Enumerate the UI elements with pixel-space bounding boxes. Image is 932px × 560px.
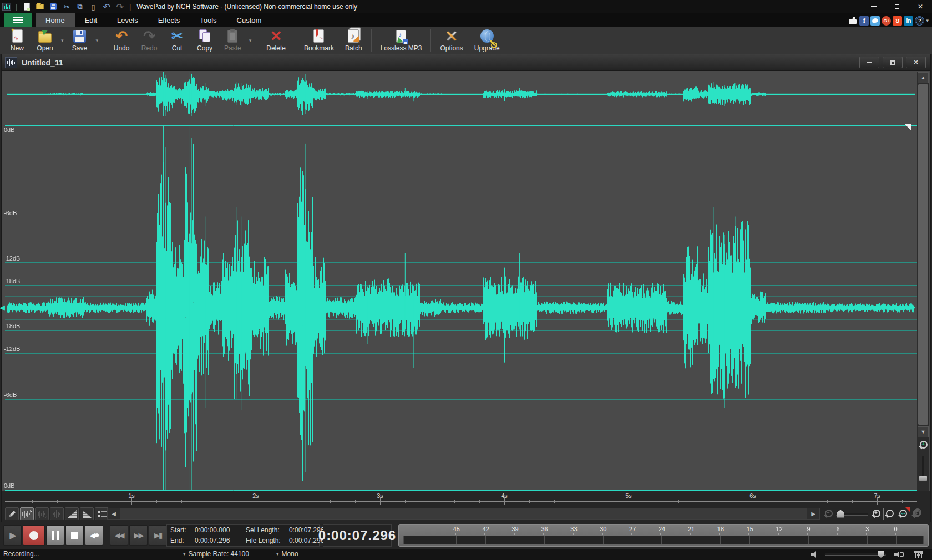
fade-in-tool[interactable]: [65, 507, 79, 520]
fast-forward-button[interactable]: ▶▶: [129, 525, 148, 546]
scroll-right-button[interactable]: ▶: [807, 508, 819, 519]
bookmark-button[interactable]: Bookmark: [298, 27, 340, 54]
copy-icon[interactable]: ⧉: [75, 2, 85, 12]
redo-button[interactable]: ↷Redo: [135, 27, 163, 54]
tab-tools[interactable]: Tools: [190, 13, 226, 27]
status-text: Recording...: [3, 550, 39, 558]
vertical-scrollbar[interactable]: ▲ ▼ +: [917, 72, 929, 491]
go-to-end-button[interactable]: ▶▮: [149, 525, 167, 546]
zoom-out-icon[interactable]: −: [823, 508, 834, 520]
lossless-mp3-button[interactable]: ♪Lossless MP3: [375, 27, 428, 54]
level-meter-bar: [403, 536, 924, 544]
undo-icon[interactable]: ↶: [102, 2, 112, 12]
paste-button[interactable]: Paste: [219, 27, 247, 54]
new-button[interactable]: ✦∿New: [3, 27, 31, 54]
meter-db-label: -12: [774, 526, 783, 532]
upgrade-icon: [480, 28, 494, 44]
wave-edit-b-tool[interactable]: [50, 507, 64, 520]
document-minimize-button[interactable]: [859, 57, 879, 68]
open-icon[interactable]: [35, 2, 45, 12]
fade-out-tool[interactable]: [80, 507, 94, 520]
zoom-full-file-icon[interactable]: ↔: [897, 508, 908, 520]
zoom-to-selection-icon[interactable]: [884, 508, 895, 520]
save-icon[interactable]: [48, 2, 58, 12]
twitter-icon[interactable]: [870, 16, 880, 26]
undo-button[interactable]: ↶Undo: [108, 27, 135, 54]
play-button[interactable]: ▶: [3, 525, 22, 546]
zoom-slider[interactable]: [836, 510, 868, 518]
scrub-tool[interactable]: [20, 507, 34, 520]
rewind-button[interactable]: ◀◀: [110, 525, 128, 546]
scroll-up-button[interactable]: ▲: [918, 72, 929, 83]
facebook-icon[interactable]: f: [859, 16, 869, 26]
meter-tick: [573, 533, 573, 535]
main-menu-button[interactable]: [4, 13, 32, 27]
tab-home[interactable]: Home: [36, 13, 75, 27]
ruler-label: 1s: [128, 492, 135, 499]
tab-edit[interactable]: Edit: [75, 13, 107, 27]
channels-selector[interactable]: ▾ Mono: [276, 550, 298, 558]
options-button[interactable]: Options: [434, 27, 468, 54]
mixer-icon[interactable]: [915, 551, 922, 558]
zoom-in-icon[interactable]: +: [870, 508, 882, 520]
scroll-down-button[interactable]: ▼: [918, 426, 929, 437]
open-button[interactable]: Open: [31, 27, 59, 54]
window-restore-button[interactable]: [885, 0, 909, 13]
help-dropdown-caret[interactable]: ▾: [926, 18, 929, 23]
db-label: -18dB: [4, 278, 20, 284]
cut-button[interactable]: ✂Cut: [163, 27, 191, 54]
speaker-loud-icon[interactable]: [894, 551, 902, 558]
toolbar-button-label: Bookmark: [304, 44, 334, 52]
lossless-mp3-icon: ♪: [396, 28, 406, 44]
copy-button[interactable]: Copy: [191, 27, 219, 54]
save-dropdown-caret[interactable]: ▾: [94, 27, 101, 54]
googleplus-icon[interactable]: G+: [882, 16, 891, 26]
redo-icon[interactable]: ↷: [115, 2, 125, 12]
cut-icon[interactable]: ✂: [62, 2, 72, 12]
waveform-canvas[interactable]: [5, 71, 918, 491]
vertical-zoom-slider[interactable]: [922, 456, 924, 480]
save-button[interactable]: Save: [66, 27, 94, 54]
end-of-file-marker[interactable]: [905, 124, 911, 130]
wave-edit-a-tool[interactable]: 2: [35, 507, 49, 520]
paste-icon[interactable]: ▯: [88, 2, 98, 12]
bookmark-icon: [313, 28, 324, 44]
tab-effects[interactable]: Effects: [148, 13, 190, 27]
batch-button[interactable]: ♪Batch: [340, 27, 368, 54]
window-minimize-button[interactable]: [862, 0, 885, 13]
help-icon[interactable]: ?: [915, 16, 924, 26]
paste-dropdown-caret[interactable]: ▾: [247, 27, 254, 54]
scroll-left-button[interactable]: ◀: [108, 508, 120, 519]
stop-button[interactable]: [65, 525, 84, 546]
waveform-display[interactable]: 0dB0dB-6dB-6dB-12dB-12dB-18dB-18dB ◀ ▲ ▼…: [2, 71, 930, 491]
delete-button[interactable]: ✕Delete: [261, 27, 291, 54]
linkedin-icon[interactable]: in: [904, 16, 913, 26]
zoom-out-vertical-icon[interactable]: −: [911, 507, 923, 518]
open-dropdown-caret[interactable]: ▾: [59, 27, 66, 54]
zoom-in-vertical-icon[interactable]: +: [918, 440, 929, 451]
divider: |: [128, 3, 132, 11]
horizontal-scrollbar-track[interactable]: [120, 508, 807, 519]
scrub-button[interactable]: ◀: [85, 525, 103, 546]
upgrade-button[interactable]: Upgrade: [469, 27, 505, 54]
pause-button[interactable]: [46, 525, 64, 546]
tab-levels[interactable]: Levels: [107, 13, 148, 27]
window-close-button[interactable]: ✕: [909, 0, 932, 13]
meter-tick: [514, 533, 514, 535]
stumbleupon-icon[interactable]: ʊ: [893, 16, 902, 26]
document-maximize-button[interactable]: [883, 57, 903, 68]
sample-rate-selector[interactable]: ▾ Sample Rate: 44100: [183, 550, 249, 558]
vertical-scrollbar-track[interactable]: [918, 84, 928, 425]
record-button[interactable]: [23, 525, 45, 546]
document-close-button[interactable]: ✕: [906, 57, 926, 68]
new-icon[interactable]: [22, 2, 32, 12]
horizontal-scrollbar[interactable]: ◀ ▶: [107, 508, 820, 520]
tab-custom[interactable]: Custom: [227, 13, 272, 27]
dropdown-caret-icon: ▾: [276, 551, 279, 557]
like-icon[interactable]: [848, 16, 858, 26]
meter-segment-divider: [661, 536, 662, 544]
mute-speaker-icon[interactable]: [811, 551, 819, 558]
volume-slider[interactable]: [825, 553, 886, 555]
draw-tool[interactable]: [5, 507, 19, 520]
timeline-ruler[interactable]: 1s2s3s4s5s6s7s: [2, 491, 930, 506]
